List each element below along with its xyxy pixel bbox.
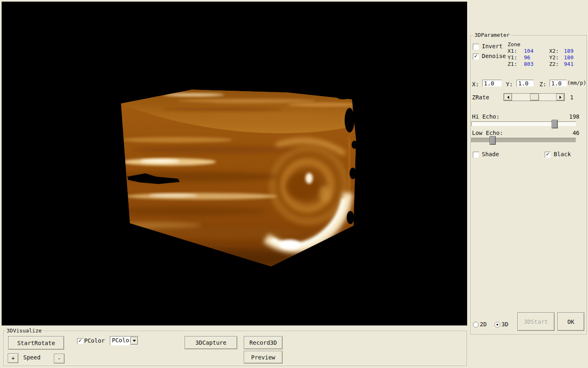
zone-y1-value: 96 (524, 54, 530, 61)
mode-3d-label: 3D (501, 321, 508, 328)
speed-label: Speed (23, 355, 40, 361)
low-echo-slider[interactable] (471, 138, 576, 143)
invert-checkbox[interactable] (473, 44, 479, 50)
y-scale-input[interactable] (517, 80, 534, 87)
zone-label: Zone (508, 41, 520, 47)
zone-x2-label: X2: (549, 48, 559, 54)
volume-render-3d (2, 2, 467, 325)
triangle-down-icon (133, 340, 136, 343)
zone-y1-label: Y1: (508, 54, 517, 61)
hi-echo-label: Hi Echo: (472, 114, 499, 120)
triangle-left-icon (506, 96, 509, 99)
pcolor-label: PColor (84, 338, 105, 344)
z-scale-input[interactable] (550, 80, 567, 87)
ok-button[interactable]: OK (557, 312, 584, 331)
black-label: Black (554, 151, 571, 157)
hi-echo-slider[interactable] (471, 121, 576, 126)
zone-y2-value: 180 (564, 54, 573, 61)
denoise-checkbox[interactable]: ✓ (473, 54, 479, 60)
triangle-right-icon (559, 96, 563, 99)
check-icon: ✓ (546, 152, 550, 157)
preview-button[interactable]: Preview (244, 351, 283, 364)
zone-x1-label: X1: (508, 48, 517, 54)
pcolor-select-value: PColor (112, 337, 133, 344)
parameter-groupbox: 3DParameter Invert ✓ Denoise Zone X1: 10… (470, 35, 587, 334)
x-scale-input[interactable] (482, 80, 502, 87)
low-echo-value: 46 (564, 130, 579, 136)
invert-label: Invert (482, 43, 503, 49)
speed-minus-button[interactable]: - (54, 354, 65, 364)
zone-z2-label: Z2: (549, 61, 559, 67)
zrate-value: 1 (570, 94, 573, 101)
hi-echo-slider-thumb[interactable] (552, 120, 558, 128)
black-checkbox[interactable]: ✓ (545, 152, 551, 158)
zone-y2-label: Y2: (549, 54, 559, 61)
hi-echo-value: 198 (564, 114, 579, 120)
zone-z1-value: 803 (524, 61, 533, 67)
zone-z2-value: 941 (564, 61, 573, 67)
pcolor-select-arrow-button[interactable] (130, 337, 138, 345)
zone-x2-value: 189 (564, 48, 573, 54)
shade-label: Shade (482, 151, 499, 157)
y-scale-label: Y: (506, 81, 513, 88)
record-3d-button[interactable]: Record3D (244, 336, 283, 349)
zone-x1-value: 104 (524, 48, 533, 54)
start-rotate-button[interactable]: StartRotate (8, 336, 64, 350)
check-icon: ✓ (474, 54, 478, 58)
check-icon: ✓ (78, 339, 82, 343)
mode-2d-radio[interactable] (473, 322, 479, 328)
denoise-label: Denoise (482, 53, 506, 59)
low-echo-slider-thumb[interactable] (490, 136, 496, 145)
mode-2d-label: 2D (480, 321, 487, 328)
mode-3d-radio[interactable] (494, 322, 500, 328)
shade-checkbox[interactable] (473, 152, 479, 158)
x-scale-label: X: (472, 81, 479, 88)
zrate-scroll-left-button[interactable] (504, 94, 512, 101)
radio-dot-icon (497, 324, 498, 325)
visualize-groupbox: 3DVisualize StartRotate + Speed - ✓ PCol… (3, 331, 467, 366)
scale-unit-label: (mm/p) (567, 80, 586, 86)
render-viewport[interactable] (2, 2, 467, 325)
start3d-button: 3DStart (517, 312, 555, 331)
zrate-scroll-thumb[interactable] (530, 94, 539, 101)
visualize-group-title: 3DVisualize (5, 328, 43, 334)
capture-3d-button[interactable]: 3DCapture (185, 336, 237, 349)
pcolor-select[interactable]: PColor (110, 336, 139, 346)
zrate-label: ZRate (472, 94, 489, 101)
zrate-scrollbar[interactable] (503, 93, 565, 101)
zrate-scroll-right-button[interactable] (556, 94, 564, 101)
speed-plus-button[interactable]: + (8, 353, 18, 363)
pcolor-checkbox[interactable]: ✓ (77, 338, 83, 344)
low-echo-label: Low Echo: (472, 130, 503, 136)
z-scale-label: Z: (539, 81, 546, 88)
zone-z1-label: Z1: (508, 61, 517, 67)
parameter-group-title: 3DParameter (473, 32, 511, 38)
